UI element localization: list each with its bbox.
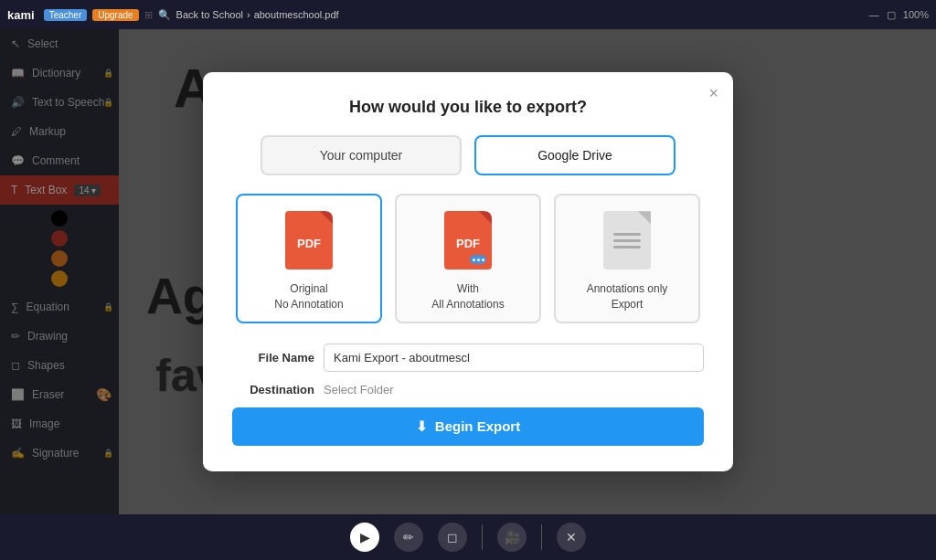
original-card-label: OriginalNo Annotation xyxy=(274,281,343,312)
modal-title: How would you like to export? xyxy=(232,98,704,117)
modal-close-button[interactable]: × xyxy=(708,85,718,101)
dest-computer-button[interactable]: Your computer xyxy=(261,135,462,175)
destination-label: Destination xyxy=(232,383,314,396)
eraser-button-bottom[interactable]: ◻ xyxy=(438,523,467,552)
zoom-level: 100% xyxy=(903,9,929,20)
dot-1 xyxy=(473,259,475,261)
dot-2 xyxy=(477,259,480,261)
minimize-icon[interactable]: — xyxy=(869,9,879,20)
pdf-icon-annotations: PDF xyxy=(444,211,492,269)
file-name-label: File Name xyxy=(232,351,314,365)
video-icon: 🎥 xyxy=(505,530,520,544)
doc-line-3 xyxy=(613,246,641,248)
dot-3 xyxy=(482,259,484,261)
destination-row: Destination Select Folder xyxy=(232,383,704,396)
original-card-icon: PDF xyxy=(282,208,336,272)
toolbar-separator-2 xyxy=(541,524,542,550)
bottom-toolbar: ▶ ✏ ◻ 🎥 ✕ xyxy=(0,514,936,560)
cursor-icon: ▶ xyxy=(360,530,370,544)
annotations-card-label: WithAll Annotations xyxy=(431,281,504,312)
doc-icon-annotations-only xyxy=(603,211,651,269)
eraser-icon-bottom: ◻ xyxy=(447,530,458,544)
maximize-icon[interactable]: ▢ xyxy=(887,9,896,21)
annotations-card-icon: PDF xyxy=(441,208,495,272)
destination-select[interactable]: Select Folder xyxy=(324,383,394,396)
top-bar-icon-1: ⊞ xyxy=(144,9,153,21)
pdf-label-1: PDF xyxy=(297,237,321,250)
toolbar-separator xyxy=(482,524,483,550)
file-name-row: File Name xyxy=(232,343,704,372)
export-card-original[interactable]: PDF OriginalNo Annotation xyxy=(236,194,382,323)
dest-gdrive-button[interactable]: Google Drive xyxy=(474,135,675,175)
pen-button[interactable]: ✏ xyxy=(394,523,423,552)
pdf-icon-original: PDF xyxy=(285,211,333,269)
breadcrumb-back[interactable]: Back to School xyxy=(176,9,243,20)
export-card-annotations-only[interactable]: Annotations onlyExport xyxy=(554,194,700,323)
doc-line-1 xyxy=(613,233,641,236)
pen-icon: ✏ xyxy=(403,530,414,544)
breadcrumb-file: aboutmeschool.pdf xyxy=(254,9,339,20)
begin-export-button[interactable]: ⬇ Begin Export xyxy=(232,407,704,446)
annotations-only-card-icon xyxy=(600,208,654,272)
download-icon: ⬇ xyxy=(416,418,428,435)
video-button[interactable]: 🎥 xyxy=(497,523,526,552)
close-button-bottom[interactable]: ✕ xyxy=(557,523,586,552)
close-icon: ✕ xyxy=(566,530,577,544)
teacher-badge: Teacher xyxy=(44,9,88,21)
top-bar: kami Teacher Upgrade ⊞ 🔍 Back to School … xyxy=(0,0,936,29)
breadcrumb: Back to School › aboutmeschool.pdf xyxy=(176,9,339,20)
pdf-label-2: PDF xyxy=(456,237,480,250)
annotations-only-card-label: Annotations onlyExport xyxy=(587,281,668,312)
export-card-annotations[interactable]: PDF WithAll Annotations xyxy=(395,194,541,323)
doc-line-2 xyxy=(613,239,641,242)
top-bar-right: — ▢ 100% xyxy=(869,9,929,21)
pdf-dots-icon xyxy=(470,255,486,264)
export-modal: × How would you like to export? Your com… xyxy=(203,72,733,471)
search-icon[interactable]: 🔍 xyxy=(158,9,171,21)
export-destination-row: Your computer Google Drive xyxy=(232,135,704,175)
modal-overlay: × How would you like to export? Your com… xyxy=(0,29,936,514)
app-logo: kami xyxy=(7,8,35,22)
upgrade-badge[interactable]: Upgrade xyxy=(92,9,138,21)
begin-export-label: Begin Export xyxy=(435,418,520,434)
cursor-button[interactable]: ▶ xyxy=(350,523,379,552)
export-type-row: PDF OriginalNo Annotation PDF xyxy=(232,194,704,323)
file-name-input[interactable] xyxy=(324,343,704,372)
